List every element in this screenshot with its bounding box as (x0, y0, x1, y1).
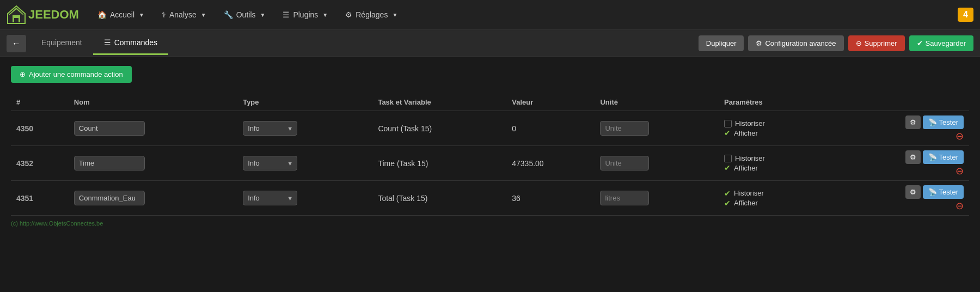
tester-label-0: Tester (939, 118, 958, 126)
col-hash: # (11, 94, 69, 111)
afficher-row-2: ✔ Afficher (724, 199, 820, 208)
supprimer-button[interactable]: ⊖ Supprimer (848, 35, 905, 51)
save-icon: ✔ (917, 39, 923, 47)
type-select-2[interactable]: Info Action (243, 191, 297, 205)
cell-unite-1[interactable] (595, 146, 719, 181)
cell-taskvar-1: Time (Task 15) (372, 146, 506, 181)
type-select-wrapper-2: Info Action ▼ (243, 191, 297, 205)
nav-outils[interactable]: 🔧 Outils ▼ (216, 6, 273, 23)
cell-unite-2[interactable] (595, 181, 719, 216)
afficher-check-0: ✔ (724, 129, 731, 137)
brand: JEEDOM (7, 5, 79, 25)
remove-row-2: ⊖ (955, 201, 964, 211)
cell-actions-1: ⚙ 📡 Tester ⊖ (825, 146, 969, 181)
afficher-label-0: Afficher (734, 129, 758, 137)
nav-reglages[interactable]: ⚙ Réglages ▼ (338, 6, 405, 23)
accueil-arrow: ▼ (139, 12, 144, 18)
cell-type-2[interactable]: Info Action ▼ (237, 181, 372, 216)
historiser-check-0[interactable] (724, 120, 732, 127)
brand-text: JEEDOM (28, 8, 79, 22)
afficher-check-2: ✔ (724, 199, 731, 208)
cell-id-0: 4350 (11, 111, 69, 146)
tester-label-2: Tester (939, 188, 958, 196)
gear-button-0[interactable]: ⚙ (905, 115, 921, 129)
nom-input-2[interactable] (74, 191, 145, 205)
historiser-label-2: Historiser (734, 189, 764, 197)
remove-button-0[interactable]: ⊖ (955, 131, 964, 141)
action-buttons-row-2: ⚙ 📡 Tester (905, 185, 964, 199)
cell-id-1: 4352 (11, 146, 69, 181)
sauvegarder-button[interactable]: ✔ Sauvegarder (909, 35, 973, 51)
col-type: Type (237, 94, 372, 111)
nom-input-1[interactable] (74, 156, 145, 171)
unite-input-0[interactable] (600, 121, 649, 136)
reglages-icon: ⚙ (345, 10, 352, 19)
table-row: 4351 Info Action ▼ Total (Task 15) 36 ✔ … (11, 181, 969, 216)
afficher-label-1: Afficher (734, 164, 758, 172)
historiser-row-0: Historiser (724, 119, 820, 127)
brand-logo (7, 5, 26, 25)
wifi-icon-1: 📡 (928, 153, 937, 161)
outils-arrow: ▼ (260, 12, 266, 18)
afficher-label-2: Afficher (734, 199, 758, 207)
tab-commandes[interactable]: ☰ Commandes (93, 32, 168, 55)
historiser-check-2: ✔ (724, 189, 731, 198)
nav-accueil[interactable]: 🏠 Accueil ▼ (90, 6, 152, 23)
cell-id-2: 4351 (11, 181, 69, 216)
nom-input-0[interactable] (74, 121, 145, 136)
unite-input-1[interactable] (600, 156, 649, 171)
plugins-icon: ☰ (283, 10, 290, 19)
type-select-wrapper-1: Info Action ▼ (243, 156, 297, 171)
cell-nom-2[interactable] (69, 181, 237, 216)
type-select-0[interactable]: Info Action (243, 121, 297, 136)
cell-params-2: ✔ Historiser ✔ Afficher (719, 181, 825, 216)
cell-unite-0[interactable] (595, 111, 719, 146)
dupliquer-button[interactable]: Dupliquer (699, 35, 744, 51)
cell-nom-1[interactable] (69, 146, 237, 181)
col-valeur: Valeur (506, 94, 595, 111)
tester-button-1[interactable]: 📡 Tester (923, 150, 964, 164)
tab-actions: Dupliquer ⚙ Configuration avancée ⊖ Supp… (699, 35, 973, 51)
remove-row-0: ⊖ (955, 131, 964, 141)
col-actions (825, 94, 969, 111)
cell-actions-0: ⚙ 📡 Tester ⊖ (825, 111, 969, 146)
gear-button-2[interactable]: ⚙ (905, 185, 921, 199)
back-button[interactable]: ← (7, 35, 26, 52)
tester-button-2[interactable]: 📡 Tester (923, 185, 964, 199)
commandes-icon: ☰ (104, 38, 111, 47)
remove-button-2[interactable]: ⊖ (955, 201, 964, 211)
tab-equipement[interactable]: Equipement (30, 32, 93, 55)
cell-type-0[interactable]: Info Action ▼ (237, 111, 372, 146)
supprimer-icon: ⊖ (856, 39, 862, 47)
col-params: Paramètres (719, 94, 825, 111)
cell-nom-0[interactable] (69, 111, 237, 146)
cell-taskvar-0: Count (Task 15) (372, 111, 506, 146)
analyse-icon: ⚕ (162, 10, 166, 19)
type-select-1[interactable]: Info Action (243, 156, 297, 171)
add-commande-button[interactable]: ⊕ Ajouter une commande action (11, 66, 132, 83)
remove-button-1[interactable]: ⊖ (955, 166, 964, 176)
historiser-label-1: Historiser (735, 154, 765, 162)
plugins-arrow: ▼ (322, 12, 328, 18)
content: ⊕ Ajouter une commande action # Nom Type… (0, 57, 980, 235)
historiser-check-1[interactable] (724, 155, 732, 162)
cell-valeur-0: 0 (506, 111, 595, 146)
table-row: 4350 Info Action ▼ Count (Task 15) 0 His… (11, 111, 969, 146)
col-taskvar: Task et Variable (372, 94, 506, 111)
config-icon: ⚙ (756, 39, 762, 47)
unite-input-2[interactable] (600, 191, 649, 205)
notification-badge[interactable]: 4 (958, 8, 973, 22)
config-avancee-button[interactable]: ⚙ Configuration avancée (748, 35, 843, 51)
historiser-row-2: ✔ Historiser (724, 189, 820, 198)
afficher-check-1: ✔ (724, 163, 731, 172)
gear-button-1[interactable]: ⚙ (905, 150, 921, 164)
params-container-1: Historiser ✔ Afficher (724, 154, 820, 172)
cell-valeur-2: 36 (506, 181, 595, 216)
cell-type-1[interactable]: Info Action ▼ (237, 146, 372, 181)
nav-analyse[interactable]: ⚕ Analyse ▼ (154, 6, 214, 23)
nav-plugins[interactable]: ☰ Plugins ▼ (275, 6, 335, 23)
cell-params-0: Historiser ✔ Afficher (719, 111, 825, 146)
tester-button-0[interactable]: 📡 Tester (923, 115, 964, 129)
afficher-row-0: ✔ Afficher (724, 129, 820, 137)
outils-icon: 🔧 (224, 10, 233, 19)
